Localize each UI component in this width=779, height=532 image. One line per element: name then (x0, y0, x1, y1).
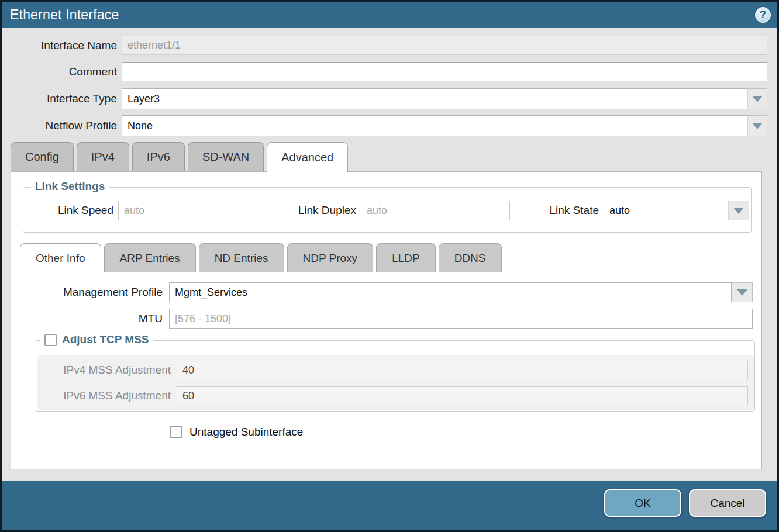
interface-name-field (122, 36, 767, 55)
untagged-subinterface-checkbox[interactable] (170, 426, 182, 438)
netflow-profile-dropdown-button[interactable] (747, 115, 767, 136)
tab-other-info[interactable]: Other Info (20, 243, 101, 273)
chevron-down-icon (733, 208, 744, 214)
link-duplex-label: Link Duplex (275, 201, 356, 220)
cancel-button[interactable]: Cancel (689, 489, 766, 517)
management-profile-dropdown-button[interactable] (732, 282, 753, 302)
chevron-down-icon (752, 96, 763, 102)
interface-type-dropdown-button[interactable] (747, 88, 767, 109)
ipv4-mss-row: IPv4 MSS Adjustment (37, 361, 748, 379)
sub-tab-strip: Other Info ARP Entries ND Entries NDP Pr… (20, 243, 502, 272)
link-speed-row: Link Speed (23, 201, 267, 220)
untagged-subinterface-label: Untagged Subinterface (189, 426, 303, 438)
mss-panel: IPv4 MSS Adjustment IPv6 MSS Adjustment (37, 355, 754, 410)
tab-ndp-proxy[interactable]: NDP Proxy (287, 243, 374, 272)
link-speed-label: Link Speed (23, 201, 113, 220)
tab-nd-entries[interactable]: ND Entries (199, 243, 284, 272)
ipv6-mss-field (177, 386, 748, 405)
interface-type-label: Interface Type (2, 88, 117, 109)
management-profile-select[interactable] (169, 282, 732, 302)
comment-row: Comment (2, 62, 767, 81)
mtu-row: MTU (11, 309, 753, 329)
ipv4-mss-label: IPv4 MSS Adjustment (37, 361, 171, 379)
dialog-titlebar: Ethernet Interface ? (2, 2, 777, 28)
tab-arp-entries[interactable]: ARP Entries (104, 243, 196, 272)
interface-type-select[interactable] (122, 88, 747, 109)
main-tab-strip: Config IPv4 IPv6 SD-WAN Advanced (11, 142, 348, 171)
tab-ipv4[interactable]: IPv4 (77, 142, 129, 171)
link-state-select[interactable] (604, 201, 728, 220)
ipv6-mss-row: IPv6 MSS Adjustment (37, 386, 748, 405)
link-duplex-field[interactable] (361, 201, 510, 220)
link-state-row: Link State (509, 201, 749, 220)
tab-sdwan[interactable]: SD-WAN (188, 142, 264, 171)
dialog-footer: OK Cancel (2, 481, 777, 530)
link-state-label: Link State (509, 201, 599, 220)
mtu-field[interactable] (169, 309, 753, 329)
ipv6-mss-label: IPv6 MSS Adjustment (37, 386, 171, 405)
netflow-profile-label: Netflow Profile (2, 115, 117, 136)
comment-field[interactable] (122, 62, 767, 81)
tab-config[interactable]: Config (11, 142, 74, 171)
chevron-down-icon (752, 123, 763, 129)
dialog-title: Ethernet Interface (10, 7, 119, 23)
ok-button[interactable]: OK (604, 489, 681, 517)
interface-type-row: Interface Type (2, 88, 767, 109)
link-speed-field[interactable] (118, 201, 267, 220)
adjust-tcp-mss-legend-text: Adjust TCP MSS (62, 333, 149, 346)
adjust-tcp-mss-legend: Adjust TCP MSS (40, 333, 154, 346)
interface-name-row: Interface Name (2, 36, 767, 55)
tab-ipv6[interactable]: IPv6 (132, 142, 185, 171)
tab-advanced[interactable]: Advanced (267, 142, 348, 172)
tab-ddns[interactable]: DDNS (439, 243, 502, 272)
management-profile-label: Management Profile (11, 282, 163, 302)
mtu-label: MTU (11, 309, 163, 329)
advanced-tab-panel: Link Settings Link Speed Link Duplex Lin… (11, 171, 762, 469)
comment-label: Comment (2, 62, 117, 81)
netflow-profile-select[interactable] (122, 115, 747, 136)
ipv4-mss-field (177, 361, 748, 379)
help-icon[interactable]: ? (755, 7, 771, 23)
interface-name-label: Interface Name (2, 36, 117, 55)
management-profile-row: Management Profile (11, 282, 753, 302)
chevron-down-icon (737, 289, 747, 296)
link-duplex-row: Link Duplex (275, 201, 510, 220)
tab-lldp[interactable]: LLDP (376, 243, 436, 272)
adjust-tcp-mss-fieldset: Adjust TCP MSS IPv4 MSS Adjustment IPv6 … (35, 340, 755, 412)
link-settings-legend: Link Settings (30, 180, 109, 193)
link-settings-fieldset: Link Settings Link Speed Link Duplex Lin… (23, 187, 752, 233)
netflow-profile-row: Netflow Profile (2, 115, 767, 136)
adjust-tcp-mss-checkbox[interactable] (44, 334, 57, 346)
link-state-dropdown-button[interactable] (728, 201, 749, 220)
untagged-subinterface-row: Untagged Subinterface (170, 426, 303, 438)
ethernet-interface-dialog: Ethernet Interface ? Interface Name Comm… (0, 0, 779, 532)
